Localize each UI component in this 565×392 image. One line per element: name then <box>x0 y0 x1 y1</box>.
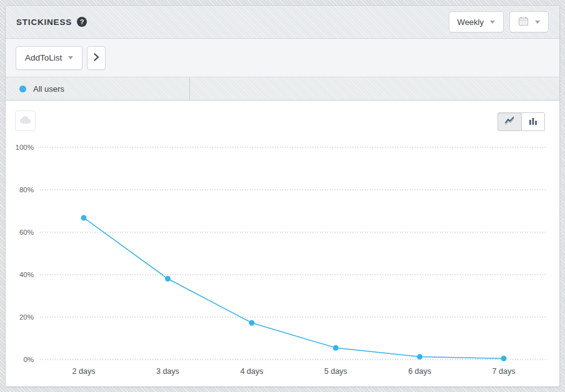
chevron-down-icon <box>68 56 73 59</box>
help-icon[interactable]: ? <box>77 17 87 27</box>
svg-text:3 days: 3 days <box>156 367 179 376</box>
tab-all-users[interactable]: All users <box>6 77 190 100</box>
stickiness-widget: STICKINESS ? Weekly <box>5 5 560 387</box>
tab-label: All users <box>33 84 64 94</box>
svg-text:60%: 60% <box>19 228 34 236</box>
svg-text:40%: 40% <box>19 271 34 278</box>
chevron-right-icon <box>94 53 99 63</box>
cloud-icon <box>19 115 31 126</box>
calendar-icon <box>518 16 529 28</box>
interval-dropdown-value: Weekly <box>458 17 484 27</box>
interval-dropdown[interactable]: Weekly <box>449 11 504 32</box>
svg-text:6 days: 6 days <box>408 367 431 376</box>
chevron-down-icon <box>535 21 540 24</box>
event-dropdown-value: AddToList <box>25 53 62 62</box>
annotations-button[interactable] <box>15 110 36 131</box>
chart-type-toggle <box>498 112 545 131</box>
widget-header: STICKINESS ? Weekly <box>6 6 559 39</box>
line-chart-icon <box>504 116 515 127</box>
expand-events-button[interactable] <box>87 46 106 70</box>
svg-text:0%: 0% <box>23 356 34 363</box>
page-background: STICKINESS ? Weekly <box>0 0 565 392</box>
svg-text:2 days: 2 days <box>72 367 96 376</box>
svg-text:100%: 100% <box>16 144 34 151</box>
svg-text:7 days: 7 days <box>492 367 516 376</box>
chart-area: 0%20%40%60%80%100%2 days3 days4 days5 da… <box>6 100 559 386</box>
line-chart-toggle[interactable] <box>498 112 521 131</box>
page-title: STICKINESS <box>16 17 72 27</box>
tabs-filler <box>190 77 559 100</box>
event-dropdown[interactable]: AddToList <box>16 46 82 70</box>
event-toolbar: AddToList <box>6 39 559 77</box>
svg-text:4 days: 4 days <box>240 367 263 376</box>
svg-text:20%: 20% <box>19 313 34 321</box>
stickiness-line-chart[interactable]: 0%20%40%60%80%100%2 days3 days4 days5 da… <box>6 100 559 386</box>
svg-text:80%: 80% <box>19 186 34 194</box>
segment-tabs: All users <box>6 77 559 100</box>
bar-chart-toggle[interactable] <box>521 112 545 131</box>
svg-text:5 days: 5 days <box>324 367 348 376</box>
date-picker-button[interactable] <box>509 11 549 32</box>
chevron-down-icon <box>490 21 495 24</box>
series-color-dot <box>19 86 26 92</box>
bar-chart-icon <box>529 117 538 127</box>
